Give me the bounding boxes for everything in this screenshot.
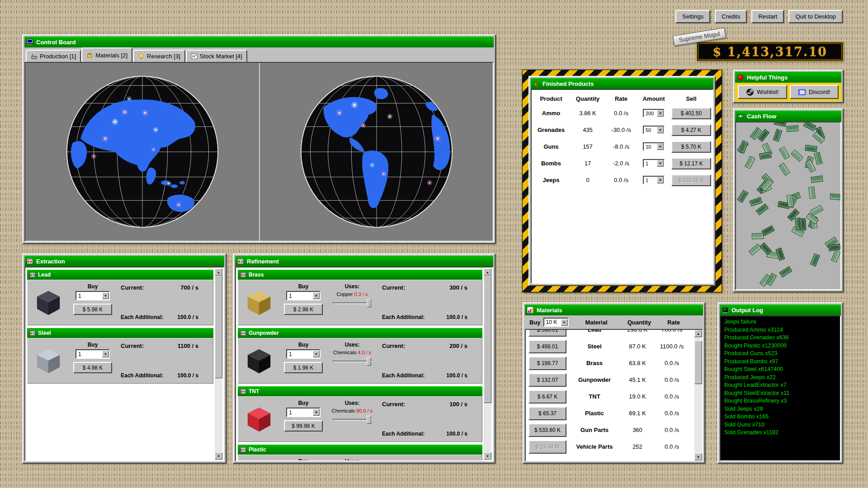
vertical-scrollbar[interactable]: ▲ ▼ [484, 268, 491, 460]
sell-amount-select[interactable]: 50▼ [643, 126, 665, 134]
slider-thumb[interactable] [367, 416, 371, 424]
buy-amount-value: 1 [78, 293, 81, 299]
uses-slider[interactable] [333, 419, 372, 421]
slider-thumb[interactable] [367, 357, 371, 366]
buy-refinery-button[interactable]: $ 2.98 K [284, 304, 323, 315]
chevron-down-icon[interactable]: ▼ [313, 409, 320, 416]
material-quantity: 298.6 K [618, 329, 657, 333]
sell-button[interactable]: $ 4.27 K [671, 124, 711, 136]
chevron-down-icon[interactable]: ▼ [313, 292, 320, 299]
scroll-down-icon[interactable]: ▼ [215, 452, 222, 460]
restart-button[interactable]: Restart [751, 10, 784, 23]
slider-thumb[interactable] [367, 299, 371, 307]
scrollbar-thumb[interactable] [215, 276, 222, 378]
buy-extractor-button[interactable]: $ 4.98 K [73, 362, 112, 373]
vertical-scrollbar[interactable]: ▲ ▼ [215, 268, 222, 460]
scrollbar-thumb[interactable] [484, 276, 491, 403]
control-board-tabs: Production [1] Materials [2] Research [3… [24, 47, 494, 62]
sell-button[interactable]: $ 12.17 K [671, 158, 711, 169]
product-name: Bombs [532, 160, 571, 167]
buy-amount-select[interactable]: 1 ▼ [286, 408, 321, 417]
buy-material-button[interactable]: $ 198.77 [528, 357, 566, 370]
sell-button[interactable]: $ 113.06 K [671, 174, 711, 186]
window-title: Materials [537, 307, 562, 314]
credits-button[interactable]: Credits [715, 10, 747, 23]
sell-button[interactable]: $ 5.70 K [671, 141, 711, 153]
log-line: Bought LeadExtractor x7 [724, 381, 836, 389]
buy-amount-select[interactable]: 1 ▼ [286, 349, 321, 359]
material-name: TNT [571, 393, 618, 400]
scroll-down-icon[interactable]: ▼ [484, 452, 491, 460]
materials-titlebar: Materials [525, 305, 703, 315]
material-name: Gunpowder [571, 376, 618, 383]
panel-icon [240, 330, 246, 336]
panel-icon [240, 388, 246, 394]
quit-to-desktop-button[interactable]: Quit to Desktop [788, 10, 843, 23]
sell-amount-select[interactable]: 1▼ [643, 159, 665, 168]
scrollbar-thumb[interactable] [694, 341, 702, 384]
lead-cube-icon [34, 289, 62, 317]
chevron-down-icon[interactable]: ▼ [657, 143, 664, 150]
scroll-up-icon[interactable]: ▲ [484, 268, 491, 276]
scroll-up-icon[interactable]: ▲ [215, 268, 222, 276]
product-quantity: 157 [571, 143, 605, 150]
chevron-down-icon[interactable]: ▼ [657, 177, 664, 183]
buy-material-button[interactable]: $ 65.37 [528, 407, 566, 420]
current-label: Current: [382, 284, 405, 291]
buy-amount-select[interactable]: 10 K ▼ [543, 318, 569, 327]
tab-research[interactable]: Research [3] [133, 50, 185, 62]
tab-stock-market[interactable]: Stock Market [4] [186, 50, 247, 62]
bar-chart-icon [527, 306, 534, 314]
wishlist-button[interactable]: Wishlist! [738, 85, 787, 99]
buy-material-button[interactable]: $ 132.07 [528, 373, 566, 387]
buy-extractor-button[interactable]: $ 5.98 K [73, 304, 112, 315]
buy-amount-select[interactable]: 1 ▼ [75, 349, 110, 359]
buy-refinery-button[interactable]: $ 99.98 K [284, 420, 323, 432]
chevron-down-icon[interactable]: ▼ [102, 292, 109, 299]
product-rate: -2.0 /s [605, 160, 637, 167]
buy-amount-select[interactable]: 1 ▼ [286, 291, 321, 300]
uses-slider[interactable] [333, 302, 372, 304]
sell-amount-select[interactable]: 10▼ [643, 142, 665, 151]
tab-production[interactable]: Production [1] [26, 50, 81, 62]
log-line: Bought Steel x6147400 [724, 366, 836, 374]
chevron-down-icon[interactable]: ▼ [657, 127, 664, 133]
tab-materials[interactable]: Materials [2] [81, 47, 132, 62]
log-line: Sold Bombs x165 [724, 413, 836, 421]
buy-amount-select[interactable]: 1 ▼ [75, 291, 110, 300]
chevron-down-icon[interactable]: ▼ [313, 351, 320, 357]
log-line: Bought BrassRefinery x3 [724, 397, 836, 405]
current-rate: 200 / s [449, 343, 467, 349]
log-line: Produced Ammo x3124 [724, 326, 836, 334]
material-name: Vehicle Parts [571, 443, 618, 450]
material-row: $ 6.67 K TNT 19.0 K 0.0 /s [526, 388, 694, 405]
sell-button[interactable]: $ 402.50 [671, 108, 711, 119]
material-row: $ 498.01 Steel 87.0 K 1100.0 /s [526, 338, 694, 355]
buy-material-button[interactable]: $ 533.60 K [528, 423, 566, 437]
scroll-up-icon[interactable]: ▲ [694, 330, 702, 337]
chevron-down-icon[interactable]: ▼ [657, 110, 664, 117]
control-board-window: Control Board Production [1] Materials [… [22, 34, 496, 244]
scroll-down-icon[interactable]: ▼ [694, 453, 702, 460]
console-icon [722, 306, 729, 314]
chevron-down-icon[interactable]: ▼ [561, 319, 568, 326]
buy-material-button[interactable]: $ 13.34 M [528, 440, 566, 454]
buy-material-button[interactable]: $ 498.01 [528, 340, 566, 353]
buy-label: Buy [298, 342, 309, 348]
settings-button[interactable]: Settings [675, 10, 710, 23]
sell-amount-select[interactable]: 200▼ [643, 109, 665, 117]
materials-header-row: Buy 10 K ▼ Material Quantity Rate [525, 315, 703, 329]
chevron-down-icon[interactable]: ▼ [657, 160, 664, 167]
buy-material-button[interactable]: $ 6.67 K [528, 390, 566, 404]
sell-amount-select[interactable]: 1▼ [643, 176, 665, 184]
vertical-scrollbar[interactable]: ▲ ▼ [694, 330, 702, 460]
buy-refinery-button[interactable]: $ 1.98 K [284, 362, 323, 373]
product-rate: 0.0 /s [605, 177, 637, 183]
finished-products-titlebar: Finished Products [531, 78, 713, 89]
chevron-down-icon[interactable]: ▼ [102, 351, 109, 357]
uses-rate: 0.3 / s [354, 291, 368, 297]
discord-button[interactable]: Discord! [790, 85, 839, 99]
uses-slider[interactable] [333, 361, 372, 362]
buy-material-button[interactable]: $ 598.01 [528, 329, 566, 337]
table-row: Jeeps 0 0.0 /s 1▼ $ 113.06 K [532, 172, 712, 188]
